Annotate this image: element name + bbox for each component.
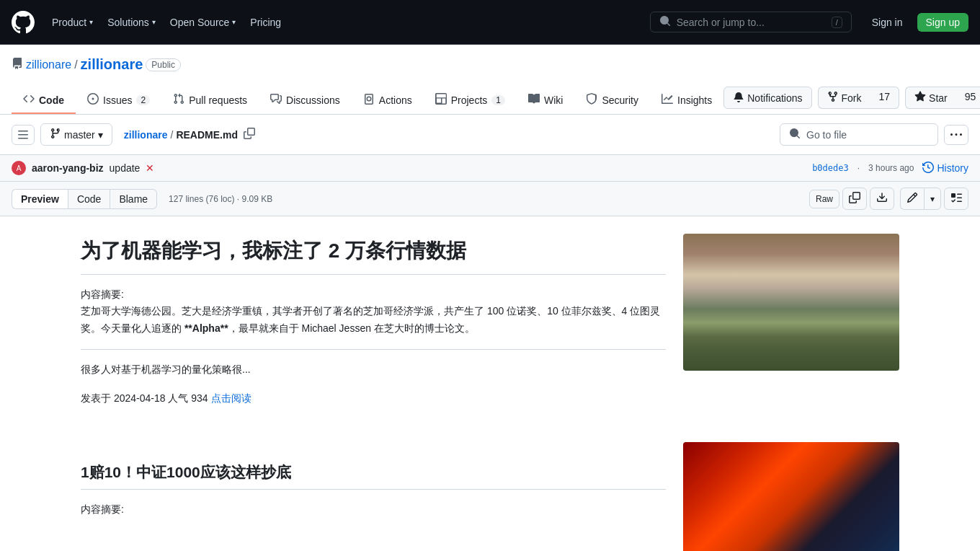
edit-dropdown-button[interactable]: ▾ (924, 188, 941, 210)
file-actions: Raw ▾ (809, 188, 968, 210)
read-link-1[interactable]: 点击阅读 (211, 392, 251, 404)
repo-icon (12, 58, 23, 71)
bell-icon (733, 91, 744, 105)
readme-content-area: 为了机器能学习，我标注了 2 万条行情数据 内容摘要: 芝加哥大学海德公园。芝大… (58, 216, 922, 551)
top-navigation: Product ▾ Solutions ▾ Open Source ▾ Pric… (0, 0, 980, 45)
edit-icon (906, 192, 918, 206)
star-group: Star 95 ▾ (905, 87, 980, 109)
chevron-down-icon: ▾ (152, 18, 156, 26)
readme-text-2: 1赔10！中证1000应该这样抄底 内容摘要: (81, 442, 666, 551)
file-toolbar: Preview Code Blame 127 lines (76 loc) · … (0, 182, 980, 216)
fork-icon (827, 91, 839, 105)
tab-security[interactable]: Security (574, 87, 650, 114)
readme-summary-label-2: 内容摘要: (81, 501, 666, 519)
nav-pricing[interactable]: Pricing (244, 12, 287, 32)
visibility-badge: Public (146, 58, 181, 71)
tab-projects[interactable]: Projects 1 (424, 87, 517, 114)
readme-title-1: 为了机器能学习，我标注了 2 万条行情数据 (81, 234, 666, 275)
tab-issues[interactable]: Issues 2 (76, 87, 161, 114)
path-separator: / (74, 58, 77, 71)
repo-owner-link[interactable]: zillionare (26, 58, 71, 71)
close-icon: ✕ (146, 162, 154, 174)
fork-count[interactable]: 17 (870, 87, 900, 109)
repo-path: zillionare / zillionare Public (12, 56, 968, 73)
blame-tab[interactable]: Blame (110, 189, 157, 209)
search-bar[interactable]: Search or jump to... / (650, 12, 852, 32)
copy-raw-button[interactable] (842, 188, 867, 210)
nav-actions: Sign in Sign up (863, 13, 968, 32)
security-icon (586, 93, 597, 107)
image-placeholder-1 (683, 234, 899, 371)
fork-group: Fork 17 (818, 87, 900, 109)
search-shortcut: / (832, 17, 842, 28)
go-to-file-search[interactable]: Go to file (780, 123, 938, 146)
edit-button[interactable] (900, 188, 924, 210)
file-nav-row: master ▾ zillionare / README.md Go to fi… (0, 115, 980, 155)
commit-time-label: 3 hours ago (868, 163, 914, 173)
list-icon (950, 192, 962, 206)
tab-insights[interactable]: Insights (650, 87, 723, 114)
history-button[interactable]: History (922, 162, 968, 175)
search-icon (789, 128, 801, 141)
wiki-icon (528, 93, 540, 107)
readme-summary-label-1: 内容摘要: 芝加哥大学海德公园。芝大是经济学重镇，其学者开创了著名的芝加哥经济学… (81, 286, 666, 338)
sign-in-button[interactable]: Sign in (863, 13, 912, 32)
tab-pull-requests[interactable]: Pull requests (161, 87, 259, 114)
commit-author[interactable]: aaron-yang-biz (32, 162, 104, 174)
view-tabs: Preview Code Blame (12, 189, 157, 209)
horizontal-rule (81, 349, 666, 350)
toggle-sidebar-button[interactable] (12, 125, 35, 145)
history-icon (922, 162, 934, 175)
nav-links: Product ▾ Solutions ▾ Open Source ▾ Pric… (46, 12, 650, 32)
edit-group: ▾ (900, 188, 941, 210)
nav-open-source[interactable]: Open Source ▾ (164, 12, 242, 32)
fork-button[interactable]: Fork (818, 87, 870, 109)
issues-icon (87, 93, 99, 107)
issues-count: 2 (136, 95, 150, 105)
search-placeholder: Search or jump to... (677, 17, 765, 28)
preview-tab[interactable]: Preview (12, 189, 68, 209)
commit-right: b0dede3 · 3 hours ago History (812, 162, 968, 175)
avatar: A (12, 161, 26, 175)
readme-image-2 (683, 442, 899, 551)
more-options-button[interactable] (944, 125, 968, 145)
sign-up-button[interactable]: Sign up (917, 13, 968, 32)
breadcrumb: zillionare / README.md (124, 126, 774, 143)
branch-icon (50, 128, 61, 141)
actions-icon (363, 93, 375, 107)
branch-selector[interactable]: master ▾ (40, 123, 112, 146)
chevron-down-icon: ▾ (232, 18, 236, 26)
notifications-button[interactable]: Notifications (723, 87, 811, 109)
code-icon (23, 93, 35, 107)
nav-product[interactable]: Product ▾ (46, 12, 99, 32)
readme-post-meta-1: 发表于 2024-04-18 人气 934 点击阅读 (81, 390, 666, 407)
tab-actions[interactable]: Actions (352, 87, 424, 114)
readme-content: 为了机器能学习，我标注了 2 万条行情数据 内容摘要: 芝加哥大学海德公园。芝大… (81, 234, 899, 551)
github-logo[interactable] (12, 11, 35, 34)
image-placeholder-2 (683, 442, 899, 551)
raw-button[interactable]: Raw (809, 190, 839, 208)
breadcrumb-repo-link[interactable]: zillionare (124, 129, 168, 141)
chevron-down-icon: ▾ (98, 129, 103, 141)
repo-tabs: Code Issues 2 Pull requests Discussions (12, 87, 723, 114)
code-tab[interactable]: Code (68, 189, 110, 209)
tab-code[interactable]: Code (12, 87, 76, 114)
readme-more-1: 很多人对基于机器学习的量化策略很... (81, 361, 666, 379)
projects-icon (435, 93, 447, 107)
readme-section-1: 为了机器能学习，我标注了 2 万条行情数据 内容摘要: 芝加哥大学海德公园。芝大… (81, 234, 899, 419)
file-meta: 127 lines (76 loc) · 9.09 KB (169, 194, 272, 204)
copy-path-button[interactable] (241, 126, 258, 143)
breadcrumb-file: README.md (176, 129, 238, 141)
star-count[interactable]: 95 (956, 87, 980, 109)
nav-solutions[interactable]: Solutions ▾ (102, 12, 161, 32)
repo-name-link[interactable]: zillionare (81, 56, 143, 73)
download-icon (876, 192, 888, 206)
tab-wiki[interactable]: Wiki (517, 87, 574, 114)
repo-actions-right: Notifications Fork 17 Star 95 (723, 87, 980, 109)
list-view-button[interactable] (944, 188, 968, 210)
commit-sha[interactable]: b0dede3 (812, 163, 849, 173)
readme-image-1 (683, 234, 899, 371)
star-button[interactable]: Star (905, 87, 956, 109)
download-button[interactable] (870, 188, 894, 210)
tab-discussions[interactable]: Discussions (259, 87, 352, 114)
